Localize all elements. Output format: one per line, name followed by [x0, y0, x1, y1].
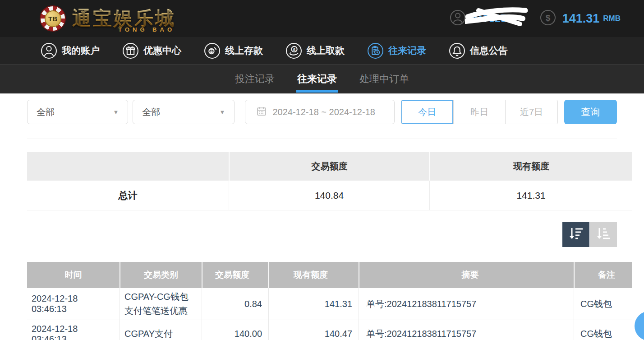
transaction-records-page: TB 通宝娱乐城 TONG BAO bc7325	[0, 0, 644, 340]
summary-header-row: 交易额度 现有额度	[27, 152, 632, 181]
subtab-bar: 投注记录 往来记录 处理中订单	[0, 65, 644, 93]
quick-date-buttons: 今日 昨日 近7日	[401, 100, 558, 124]
brand-text: 通宝娱乐城 TONG BAO	[72, 6, 176, 31]
user-icon	[41, 42, 57, 59]
chevron-down-icon: ▼	[113, 109, 119, 116]
poker-chip-icon: TB	[40, 5, 66, 32]
transaction-type-dropdown[interactable]: 全部 ▼	[27, 100, 128, 124]
cell-amount: 140.00	[202, 320, 268, 340]
cell-type: CGPAY支付	[120, 320, 202, 340]
top-header: TB 通宝娱乐城 TONG BAO bc7325	[0, 0, 644, 37]
user-account-button[interactable]: bc7325	[450, 9, 506, 28]
balance-currency: RMB	[603, 14, 621, 23]
content-area: 全部 ▼ 全部 ▼ 2024-12-18 ~	[0, 100, 644, 340]
nav-label: 往来记录	[388, 44, 426, 57]
sort-descending-button[interactable]	[562, 222, 589, 247]
date-range-value: 2024-12-18 ~ 2024-12-18	[272, 107, 375, 117]
col-header-balance: 现有额度	[268, 262, 359, 288]
sort-controls	[27, 222, 617, 247]
brand-name-en: TONG BAO	[118, 26, 175, 33]
cell-note: CG钱包	[574, 288, 632, 320]
summary-header-amount: 交易额度	[229, 152, 429, 181]
nav-label: 线上存款	[225, 44, 263, 57]
last-7-days-button[interactable]: 近7日	[505, 100, 557, 124]
table-row: 2024-12-18 03:46:13 CGPAY-CG钱包支付笔笔送优惠 0.…	[27, 288, 632, 320]
balance-button[interactable]: $ 141.31 RMB	[540, 9, 621, 28]
calendar-icon	[256, 106, 267, 118]
nav-label: 我的账户	[62, 44, 100, 57]
yesterday-button[interactable]: 昨日	[453, 100, 505, 124]
tab-betting-records[interactable]: 投注记录	[234, 65, 276, 93]
summary-total-label: 总计	[27, 181, 229, 210]
svg-text:$: $	[545, 13, 550, 23]
svg-text:$: $	[293, 47, 296, 52]
nav-item-my-account[interactable]: 我的账户	[41, 42, 100, 59]
withdraw-icon: $	[285, 42, 302, 59]
nav-item-withdraw[interactable]: $ 线上取款	[285, 42, 345, 59]
cell-balance: 140.47	[268, 320, 359, 340]
nav-item-records[interactable]: 往来记录	[367, 42, 426, 59]
col-header-type: 交易类别	[120, 262, 202, 288]
records-icon	[367, 42, 384, 59]
sort-descending-icon	[568, 226, 584, 243]
cell-note: CG钱包	[574, 320, 632, 340]
balance-amount: 141.31	[562, 12, 600, 26]
cell-balance: 141.31	[268, 288, 359, 320]
cell-amount: 0.84	[202, 288, 268, 320]
deposit-icon	[204, 42, 221, 59]
nav-label: 优惠中心	[143, 44, 181, 57]
date-range-picker[interactable]: 2024-12-18 ~ 2024-12-18	[245, 100, 394, 124]
table-row: 2024-12-18 03:46:13 CGPAY支付 140.00 140.4…	[27, 320, 632, 340]
summary-total-row: 总计 140.84 141.31	[27, 181, 632, 210]
transaction-category-dropdown[interactable]: 全部 ▼	[133, 100, 235, 124]
nav-label: 线上取款	[307, 44, 345, 57]
cell-summary: 单号:202412183811715757	[359, 320, 574, 340]
nav-item-deposit[interactable]: 线上存款	[204, 42, 263, 59]
main-nav: 我的账户 优惠中心	[0, 37, 644, 65]
summary-header-balance: 现有额度	[429, 152, 632, 181]
section-divider	[27, 139, 617, 139]
filter-row: 全部 ▼ 全部 ▼ 2024-12-18 ~	[27, 100, 617, 124]
dropdown-value: 全部	[142, 106, 160, 118]
dollar-circle-icon: $	[540, 9, 556, 28]
sort-ascending-icon	[595, 226, 612, 243]
transactions-header-row: 时间 交易类别 交易额度 现有额度 摘要 备注	[27, 262, 632, 288]
tab-transaction-records[interactable]: 往来记录	[296, 65, 338, 93]
cell-time: 2024-12-18 03:46:13	[27, 320, 120, 340]
nav-item-promotions[interactable]: 优惠中心	[122, 42, 181, 59]
header-right: bc7325 $ 141.31 RMB	[450, 0, 621, 37]
sort-ascending-button[interactable]	[590, 222, 617, 247]
brand-logo[interactable]: TB 通宝娱乐城 TONG BAO	[40, 5, 176, 32]
gift-icon	[122, 42, 139, 59]
col-header-time: 时间	[27, 262, 120, 288]
nav-label: 信息公告	[470, 44, 508, 57]
tab-pending-orders[interactable]: 处理中订单	[359, 65, 410, 93]
search-button[interactable]: 查询	[564, 100, 617, 124]
col-header-note: 备注	[574, 262, 632, 288]
cell-summary: 单号:202412183811715757	[359, 288, 574, 320]
dropdown-value: 全部	[37, 106, 55, 118]
chevron-down-icon: ▼	[220, 109, 225, 116]
today-button[interactable]: 今日	[401, 100, 453, 124]
username-text: bc7325	[471, 13, 506, 25]
col-header-amount: 交易额度	[202, 262, 268, 288]
summary-total-amount: 140.84	[229, 181, 429, 210]
chip-monogram: TB	[45, 10, 61, 27]
col-header-summary: 摘要	[359, 262, 574, 288]
summary-header-empty	[27, 152, 229, 181]
nav-item-announcements[interactable]: 信息公告	[449, 42, 508, 59]
user-circle-icon	[450, 9, 466, 28]
bell-icon	[449, 42, 465, 59]
cell-time: 2024-12-18 03:46:13	[27, 288, 120, 320]
summary-total-balance: 141.31	[429, 181, 632, 210]
summary-table: 交易额度 现有额度 总计 140.84 141.31	[27, 152, 632, 210]
cell-type: CGPAY-CG钱包支付笔笔送优惠	[120, 288, 202, 320]
transactions-table: 时间 交易类别 交易额度 现有额度 摘要 备注 2024-12-18 03:46…	[27, 262, 632, 340]
